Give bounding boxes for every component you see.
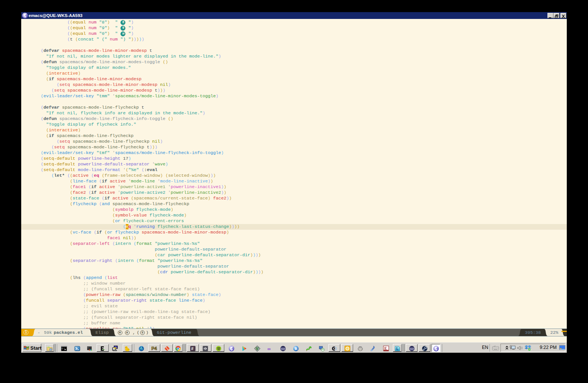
svg-text:L: L [396,347,399,351]
svg-text:V: V [256,346,259,351]
svg-text:E: E [385,346,387,350]
svg-text:∞: ∞ [267,346,271,351]
svg-text:#: # [191,346,194,351]
svg-text:P4: P4 [152,346,157,351]
svg-text:R: R [295,346,298,351]
